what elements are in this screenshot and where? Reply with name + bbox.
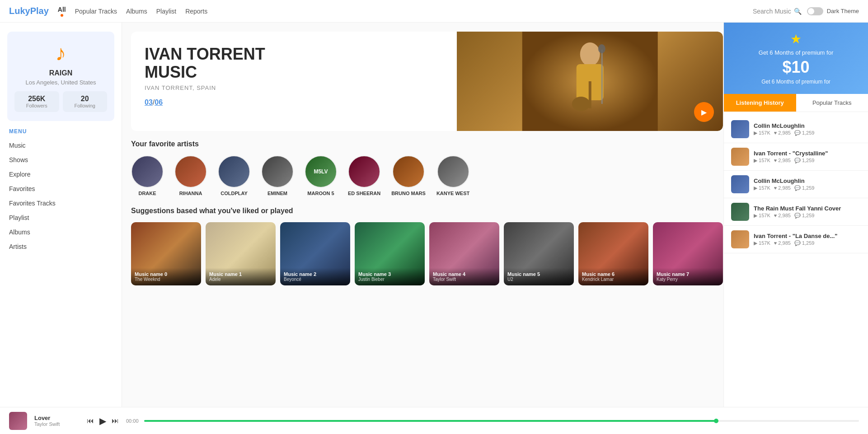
main-content: IVAN TORRENT MUSIC IVAN TORRENT, SPAIN 0… — [122, 23, 732, 407]
nav-playlist[interactable]: Playlist — [156, 8, 176, 15]
stats-row: 256K Followers 20 Following — [14, 91, 107, 112]
premium-price: $10 — [733, 58, 859, 77]
like-icon: ♥ 2,985 — [774, 213, 791, 219]
theme-toggle-wrap: Dark Theme — [807, 7, 859, 15]
app-logo: LukyPlay — [9, 6, 49, 16]
followers-count: 256K — [18, 95, 56, 103]
history-item-4: Ivan Torrent - "La Danse de..." ▶ 157K ♥… — [724, 226, 868, 253]
nav-popular-tracks[interactable]: Popular Tracks — [75, 8, 117, 15]
following-stat: 20 Following — [63, 91, 108, 112]
music-icon: ♪ — [56, 41, 66, 65]
like-icon: ♥ 2,985 — [774, 130, 791, 136]
top-navigation: LukyPlay All Popular Tracks Albums Playl… — [0, 0, 868, 23]
svg-point-6 — [598, 44, 605, 53]
hero-img-bg: ▶ — [457, 32, 723, 131]
artist-brunomars[interactable]: BRUNO MARS — [391, 155, 426, 196]
premium-text2: Get 6 Months of premium for — [733, 79, 859, 85]
artist-kanyewest[interactable]: KANYE WEST — [436, 155, 469, 196]
nav-right: Search Music 🔍 Dark Theme — [753, 7, 859, 15]
music-card-7[interactable]: Music name 7 Katy Perry — [653, 222, 723, 285]
sidebar-item-artists[interactable]: Artists — [7, 239, 114, 254]
nav-links: All Popular Tracks Albums Playlist Repor… — [58, 6, 207, 17]
music-card-5[interactable]: Music name 5 U2 — [504, 222, 574, 285]
artists-row: DRAKE RIHANNA COLDPLAY EMINEM M5LV MAROO… — [131, 155, 723, 196]
app-body: ♪ RAIGN Los Angeles, United States 256K … — [0, 23, 868, 407]
sidebar-item-explore[interactable]: Explore — [7, 167, 114, 182]
menu-label: MENU — [9, 128, 114, 135]
history-item-0: Collin McLoughlin ▶ 157K ♥ 2,985 💬 1,259 — [724, 116, 868, 143]
artist-maroon5[interactable]: M5LV MAROON 5 — [305, 155, 337, 196]
play-icon: ▶ 157K — [754, 130, 770, 136]
nav-dot — [61, 14, 63, 17]
artist-avatar-coldplay — [218, 155, 250, 188]
play-icon: ▶ 157K — [754, 158, 770, 163]
music-card-4[interactable]: Music name 4 Taylor Swift — [429, 222, 499, 285]
sidebar-menu: Music Shows Explore Favorites Favorites … — [7, 138, 114, 254]
following-count: 20 — [66, 95, 104, 103]
music-card-1[interactable]: Music name 1 Adele — [206, 222, 276, 285]
dark-theme-toggle[interactable] — [807, 7, 823, 15]
artist-avatar-rihanna — [174, 155, 207, 188]
music-card-0[interactable]: Music name 0 The Weeknd — [131, 222, 201, 285]
sidebar-item-shows[interactable]: Shows — [7, 153, 114, 167]
sidebar-item-favorites-tracks[interactable]: Favorites Tracks — [7, 196, 114, 210]
dark-theme-label: Dark Theme — [827, 8, 859, 14]
svg-rect-5 — [601, 50, 602, 104]
user-name: RAIGN — [49, 69, 73, 77]
history-item-3: The Rain Must Fall Yanni Cover ▶ 157K ♥ … — [724, 198, 868, 226]
history-info-3: The Rain Must Fall Yanni Cover ▶ 157K ♥ … — [754, 205, 861, 219]
nav-all[interactable]: All — [58, 6, 66, 13]
search-box[interactable]: Search Music 🔍 — [753, 8, 802, 15]
music-card-2[interactable]: Music name 2 Beyoncé — [280, 222, 350, 285]
artist-drake[interactable]: DRAKE — [131, 155, 164, 196]
tab-listening-history[interactable]: Listening History — [724, 94, 796, 112]
artist-avatar-brunomars — [392, 155, 425, 188]
history-info-1: Ivan Torrent - "Crystalline" ▶ 157K ♥ 2,… — [754, 150, 861, 163]
artist-avatar-eminem — [261, 155, 294, 188]
like-icon: ♥ 2,985 — [774, 158, 791, 163]
history-thumb-1 — [731, 148, 749, 166]
artist-rihanna[interactable]: RIHANNA — [174, 155, 207, 196]
artist-eminem[interactable]: EMINEM — [261, 155, 294, 196]
sidebar-item-music[interactable]: Music — [7, 138, 114, 153]
artist-avatar-kanyewest — [437, 155, 469, 188]
comment-icon: 💬 1,259 — [794, 240, 815, 246]
user-location: Los Angeles, United States — [25, 79, 96, 86]
profile-card: ♪ RAIGN Los Angeles, United States 256K … — [7, 32, 114, 121]
history-info-2: Collin McLoughlin ▶ 157K ♥ 2,985 💬 1,259 — [754, 177, 861, 191]
nav-reports[interactable]: Reports — [185, 8, 207, 15]
favorite-artists-title: Your favorite artists — [131, 140, 723, 148]
hero-section: IVAN TORRENT MUSIC IVAN TORRENT, SPAIN 0… — [131, 32, 723, 131]
history-info-4: Ivan Torrent - "La Danse de..." ▶ 157K ♥… — [754, 233, 861, 246]
artist-coldplay[interactable]: COLDPLAY — [218, 155, 250, 196]
comment-icon: 💬 1,259 — [794, 213, 815, 219]
history-thumb-3 — [731, 203, 749, 221]
card-overlay-5: Music name 5 U2 — [504, 268, 574, 285]
history-info-0: Collin McLoughlin ▶ 157K ♥ 2,985 💬 1,259 — [754, 122, 861, 136]
sidebar-item-albums[interactable]: Albums — [7, 225, 114, 239]
nav-albums[interactable]: Albums — [126, 8, 147, 15]
sidebar-item-playlist[interactable]: Playlist — [7, 210, 114, 225]
history-list: Collin McLoughlin ▶ 157K ♥ 2,985 💬 1,259… — [724, 112, 868, 257]
search-icon[interactable]: 🔍 — [794, 8, 802, 15]
history-thumb-4 — [731, 230, 749, 248]
following-label: Following — [66, 103, 104, 108]
tab-popular-tracks[interactable]: Popular Tracks — [796, 94, 868, 112]
premium-star-icon: ★ — [733, 32, 859, 47]
svg-point-3 — [572, 97, 590, 111]
sidebar: ♪ RAIGN Los Angeles, United States 256K … — [0, 23, 122, 407]
card-overlay-7: Music name 7 Katy Perry — [653, 268, 723, 285]
sidebar-item-favorites[interactable]: Favorites — [7, 182, 114, 196]
history-thumb-2 — [731, 175, 749, 193]
music-card-6[interactable]: Music name 6 Kendrick Lamar — [578, 222, 648, 285]
play-icon: ▶ 157K — [754, 185, 770, 191]
artist-edsheeran[interactable]: ED SHEERAN — [348, 155, 380, 196]
right-panel: ★ Get 6 Months of premium for $10 Get 6 … — [723, 23, 868, 407]
hero-play-button[interactable]: ▶ — [694, 102, 714, 122]
hero-image: ▶ — [457, 32, 723, 131]
card-overlay-6: Music name 6 Kendrick Lamar — [578, 268, 648, 285]
premium-banner: ★ Get 6 Months of premium for $10 Get 6 … — [724, 23, 868, 94]
suggestions-title: Suggestions based what you've liked or p… — [131, 207, 723, 215]
music-card-3[interactable]: Music name 3 Justin Bieber — [355, 222, 425, 285]
hero-illustration — [457, 32, 723, 131]
